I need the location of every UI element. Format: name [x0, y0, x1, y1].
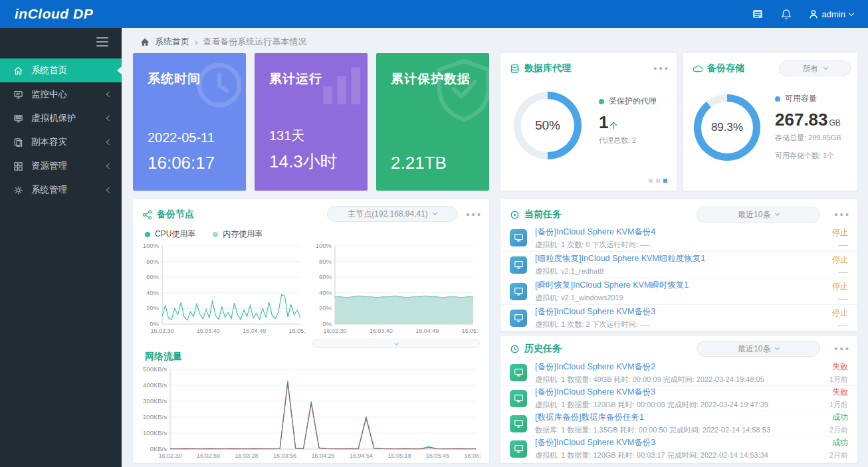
task-row[interactable]: [备份]InCloud Sphere KVM备份4 虚拟机: 1 次数: 0 下… — [500, 225, 857, 251]
sidebar-item-label: 系统首页 — [31, 64, 67, 76]
svg-text:20%: 20% — [319, 304, 332, 312]
task-time: ---- — [832, 268, 848, 276]
breadcrumb-separator: › — [195, 37, 197, 47]
protected-agent-count: 1 — [599, 112, 608, 132]
pager-dot-active[interactable] — [663, 179, 667, 183]
svg-text:100%: 100% — [316, 242, 332, 249]
sidebar-item-label: 副本容灾 — [31, 136, 67, 148]
svg-text:400KB/s: 400KB/s — [143, 381, 167, 389]
db-agent-donut-chart: 50% — [514, 92, 582, 159]
svg-text:16:06:09: 16:06:09 — [464, 452, 481, 459]
chevron-down-icon — [775, 211, 780, 216]
task-row[interactable]: [数据库备份]数据库备份任务1 数据库: 1 数据量: 1.35GB 耗时: 0… — [500, 411, 857, 436]
sidebar-item-resource-mgmt[interactable]: 资源管理 — [0, 154, 122, 178]
task-title[interactable]: [备份]InCloud Sphere KVM备份3 — [535, 437, 821, 448]
vm-task-icon — [510, 440, 527, 458]
task-row[interactable]: [细粒度恢复]InCloud Sphere KVM细粒度恢复1 虚拟机: v2.… — [500, 251, 857, 278]
sidebar-item-system-mgmt[interactable]: 系统管理 — [0, 178, 122, 202]
svg-text:16:02:30: 16:02:30 — [323, 327, 346, 334]
notifications-bell-icon[interactable] — [781, 9, 792, 20]
svg-text:0KB/s: 0KB/s — [150, 445, 167, 452]
uptime-days: 131天 — [269, 127, 354, 145]
home-icon — [13, 66, 24, 76]
task-time: ---- — [832, 294, 848, 302]
current-tasks-menu-button[interactable]: ••• — [834, 211, 851, 218]
current-tasks-icon — [510, 210, 520, 220]
svg-text:16:04:49: 16:04:49 — [243, 327, 266, 334]
svg-text:16:03:28: 16:03:28 — [235, 452, 258, 459]
shield-watermark-icon — [433, 57, 489, 124]
task-title[interactable]: [备份]InCloud Sphere KVM备份3 — [535, 306, 824, 318]
storage-filter-select[interactable]: 所有 — [779, 60, 851, 76]
vm-task-icon — [510, 390, 527, 407]
sidebar-item-vm-protection[interactable]: 虚拟机保护 — [0, 106, 122, 130]
task-row[interactable]: [备份]InCloud Sphere KVM备份3 虚拟机: 1 数据量: 12… — [500, 385, 857, 411]
capacity-unit: GB — [829, 118, 841, 128]
filter-value: 最近10条 — [738, 343, 770, 355]
current-tasks-panel: 当前任务 最近10条 ••• [备份]InCloud Sphere KVM备份4… — [500, 199, 857, 331]
chevron-left-icon — [106, 116, 112, 121]
card-title: 累计运行 — [269, 70, 354, 88]
chart-range-toggle[interactable] — [312, 339, 480, 348]
pager-dot[interactable] — [649, 179, 653, 183]
task-row[interactable]: [瞬时恢复]InCloud Sphere KVM瞬时恢复1 虚拟机: v2.1_… — [500, 278, 857, 304]
task-title[interactable]: [瞬时恢复]InCloud Sphere KVM瞬时恢复1 — [535, 280, 824, 291]
db-agent-panel: 数据库代理 ••• 50% 受保护的代理 1个 代理总数: 2 — [500, 53, 677, 191]
task-title[interactable]: [备份]InCloud Sphere KVM备份2 — [535, 361, 821, 373]
svg-text:40%: 40% — [319, 289, 332, 296]
task-age: 1月前 — [829, 400, 848, 410]
uptime-hours: 14.3小时 — [269, 150, 354, 173]
pager-dot[interactable] — [656, 179, 660, 183]
system-date: 2022-05-11 — [148, 130, 233, 147]
task-row[interactable]: [备份]InCloud Sphere KVM备份3 虚拟机: 1 次数: 2 下… — [500, 304, 857, 331]
task-status: 停止 — [832, 254, 848, 266]
task-status: 停止 — [832, 227, 848, 238]
task-title[interactable]: [备份]InCloud Sphere KVM备份3 — [535, 387, 821, 398]
task-status: 停止 — [832, 308, 848, 319]
svg-text:60%: 60% — [319, 273, 332, 280]
db-agent-legend: 受保护的代理 — [609, 96, 657, 107]
svg-text:300KB/s: 300KB/s — [143, 397, 167, 405]
svg-text:100%: 100% — [143, 242, 160, 249]
current-tasks-filter-select[interactable]: 最近10条 — [697, 207, 820, 223]
db-agent-menu-button[interactable]: ••• — [653, 65, 670, 72]
gear-icon — [13, 185, 24, 195]
chevron-left-icon — [106, 187, 112, 193]
history-tasks-menu-button[interactable]: ••• — [834, 345, 851, 352]
uptime-card: 累计运行 131天 14.3小时 — [255, 53, 368, 191]
task-time: ---- — [832, 321, 848, 329]
task-title[interactable]: [数据库备份]数据库备份任务1 — [535, 412, 821, 423]
grid-icon — [13, 161, 24, 171]
console-icon[interactable] — [752, 8, 764, 20]
task-row[interactable]: [备份]InCloud Sphere KVM备份2 虚拟机: 1 数据量: 40… — [500, 360, 857, 385]
task-row[interactable]: [备份]InCloud Sphere KVM备份3 虚拟机: 1 数据量: 12… — [500, 436, 857, 461]
storage-filter-value: 所有 — [803, 63, 819, 74]
sidebar-item-monitor-center[interactable]: 监控中心 — [0, 82, 122, 106]
node-chart-legend: CPU使用率 内存使用率 — [145, 229, 263, 240]
task-title[interactable]: [细粒度恢复]InCloud Sphere KVM细粒度恢复1 — [535, 253, 824, 264]
sidebar-collapse-button[interactable] — [96, 37, 108, 49]
chart-watermark-icon — [312, 57, 368, 118]
user-menu[interactable]: admin — [809, 9, 853, 19]
panel-title: 当前任务 — [524, 209, 562, 221]
node-select[interactable]: 主节点(192.168.94.41) — [327, 206, 457, 222]
sidebar-item-label: 虚拟机保护 — [31, 112, 76, 124]
storage-legend: 可用容量 — [785, 93, 817, 104]
memory-usage-chart: 0%20%40%60%80%100%16:02:3016:03:4016:04:… — [311, 240, 479, 335]
sidebar-item-replica-dr[interactable]: 副本容灾 — [0, 130, 122, 154]
storage-total: 存储总量: 299.85GB — [775, 133, 841, 143]
chevron-down-icon — [393, 340, 398, 345]
backup-node-menu-button[interactable]: ••• — [466, 211, 483, 218]
current-task-list: [备份]InCloud Sphere KVM备份4 虚拟机: 1 次数: 0 下… — [500, 225, 857, 331]
sidebar-item-home[interactable]: 系统首页 — [0, 58, 122, 82]
svg-text:80%: 80% — [146, 258, 160, 265]
svg-text:0%: 0% — [322, 320, 332, 327]
task-detail: 虚拟机: v2.1_windows2019 — [535, 293, 824, 303]
svg-text:200KB/s: 200KB/s — [143, 413, 167, 420]
history-tasks-filter-select[interactable]: 最近10条 — [697, 341, 820, 357]
network-traffic-title: 网络流量 — [145, 351, 182, 363]
breadcrumb-home[interactable]: 系统首页 — [155, 36, 189, 48]
task-age: 2月前 — [829, 425, 848, 435]
cpu-usage-chart: 0%20%40%60%80%100%16:02:3016:03:4016:04:… — [138, 240, 306, 335]
task-title[interactable]: [备份]InCloud Sphere KVM备份4 — [535, 227, 824, 238]
